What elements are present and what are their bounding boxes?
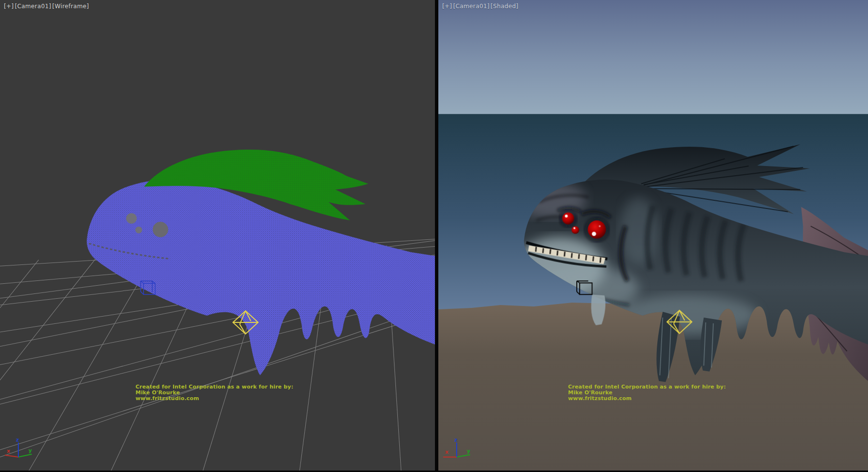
viewport-shaded[interactable]: [+][Camera01][Shaded]	[438, 0, 868, 471]
viewport-label: [+][Camera01][Shaded]	[442, 3, 519, 10]
viewport-shading-menu[interactable]: [Shaded]	[490, 3, 518, 10]
sky	[438, 0, 868, 114]
eye-medium	[562, 212, 574, 224]
viewport-expand-menu[interactable]: [+]	[4, 3, 14, 10]
watermark-line3: www.fritzstudio.com	[136, 396, 293, 402]
eye-small	[571, 226, 579, 234]
z-axis-label: z	[454, 437, 457, 443]
viewport-expand-menu[interactable]: [+]	[442, 3, 452, 10]
max-viewport-area: [+][Camera01][Wireframe]	[0, 0, 868, 472]
z-axis-label: z	[16, 437, 19, 443]
axis-gizmo: x y z	[440, 437, 478, 462]
axis-gizmo: x y z	[2, 437, 40, 462]
watermark: Created for Intel Corporation as a work …	[568, 384, 726, 402]
viewport-shading-menu[interactable]: [Wireframe]	[52, 3, 89, 10]
eye-small-wire	[136, 227, 142, 234]
y-axis-line	[18, 454, 32, 457]
y-axis-label: y	[467, 448, 470, 454]
eye-large	[588, 221, 606, 239]
x-axis-label: x	[445, 449, 448, 455]
watermark-line3: www.fritzstudio.com	[568, 396, 726, 402]
y-axis-line	[457, 455, 470, 457]
watermark: Created for Intel Corporation as a work …	[136, 384, 293, 402]
x-axis-line	[5, 455, 18, 457]
x-axis-label: x	[7, 448, 10, 454]
viewport-label: [+][Camera01][Wireframe]	[4, 3, 90, 10]
viewport-camera-menu[interactable]: [Camera01]	[453, 3, 490, 10]
eye-large-wire	[153, 222, 168, 237]
y-axis-label: y	[28, 447, 32, 454]
viewport-camera-menu[interactable]: [Camera01]	[15, 3, 52, 10]
viewport-wireframe[interactable]: [+][Camera01][Wireframe]	[0, 0, 435, 471]
eye-medium-wire	[126, 213, 137, 224]
